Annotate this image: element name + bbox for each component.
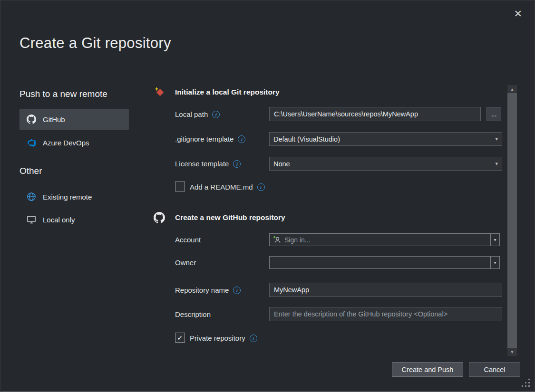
gitignore-label-row: .gitignore template i: [175, 135, 245, 143]
info-icon[interactable]: i: [233, 160, 241, 168]
local-path-input[interactable]: [269, 107, 481, 121]
sidebar-item-github[interactable]: GitHub: [19, 109, 129, 130]
azure-devops-icon: [26, 137, 37, 148]
repo-name-label: Repository name: [175, 286, 229, 294]
license-dropdown[interactable]: None ▾: [269, 157, 502, 171]
chevron-down-icon[interactable]: ▾: [490, 234, 499, 246]
readme-label-row: Add a README.md i: [190, 183, 265, 191]
scroll-up-icon[interactable]: ▲: [507, 85, 517, 93]
sidebar-heading-push: Push to a new remote: [19, 89, 107, 99]
readme-label: Add a README.md: [190, 183, 253, 191]
sidebar-item-label: Existing remote: [43, 193, 92, 201]
create-and-push-button[interactable]: Create and Push: [392, 362, 463, 377]
local-repo-section-header: Initialize a local Git repository: [154, 86, 280, 98]
sidebar-item-label: Azure DevOps: [43, 139, 89, 147]
gitignore-value: Default (VisualStudio): [273, 135, 495, 143]
cancel-button[interactable]: Cancel: [469, 362, 520, 377]
computer-icon: [26, 214, 37, 225]
github-icon: [26, 114, 37, 124]
owner-label-row: Owner: [175, 258, 196, 267]
chevron-down-icon: ▾: [495, 136, 498, 142]
account-placeholder: Sign in...: [284, 236, 310, 244]
add-account-icon: [273, 236, 281, 244]
scrollbar-thumb[interactable]: [507, 93, 517, 348]
license-label: License template: [175, 160, 229, 168]
license-value: None: [273, 160, 495, 168]
github-section-title: Create a new GitHub repository: [175, 213, 285, 222]
browse-button[interactable]: ...: [486, 107, 501, 121]
sidebar-item-local-only[interactable]: Local only: [19, 210, 129, 229]
resize-grip[interactable]: [528, 385, 530, 387]
info-icon[interactable]: i: [233, 287, 241, 294]
scroll-down-icon[interactable]: ▼: [507, 348, 517, 356]
account-label-row: Account: [175, 236, 201, 244]
sidebar-item-label: Local only: [43, 216, 75, 224]
private-repo-checkbox[interactable]: ✓: [175, 333, 185, 343]
readme-checkbox[interactable]: [175, 182, 185, 191]
sidebar-item-label: GitHub: [43, 115, 65, 124]
private-repo-label-row: Private repository i: [190, 334, 257, 342]
account-dropdown[interactable]: Sign in... ▾: [269, 233, 500, 246]
globe-icon: [26, 191, 37, 202]
gitignore-dropdown[interactable]: Default (VisualStudio) ▾: [269, 132, 502, 146]
sidebar-heading-other: Other: [19, 166, 42, 176]
sidebar-item-azure-devops[interactable]: Azure DevOps: [19, 132, 129, 153]
github-section-header: Create a new GitHub repository: [154, 212, 285, 223]
close-icon[interactable]: ✕: [514, 8, 522, 19]
info-icon[interactable]: i: [212, 111, 220, 118]
chevron-down-icon[interactable]: ▾: [490, 257, 499, 268]
account-label: Account: [175, 236, 201, 244]
scrollbar[interactable]: ▲ ▼: [507, 85, 517, 356]
chevron-down-icon: ▾: [495, 161, 498, 167]
gitignore-label: .gitignore template: [175, 135, 233, 143]
new-repo-icon: [154, 86, 165, 98]
local-path-label-row: Local path i: [175, 110, 220, 118]
info-icon[interactable]: i: [257, 183, 265, 191]
repo-name-input[interactable]: [269, 283, 502, 297]
info-icon[interactable]: i: [250, 335, 257, 342]
owner-dropdown[interactable]: ▾: [269, 256, 500, 269]
owner-label: Owner: [175, 258, 196, 267]
sidebar-item-existing-remote[interactable]: Existing remote: [19, 187, 129, 207]
create-git-repo-dialog: ✕ Create a Git repository Push to a new …: [0, 0, 535, 392]
license-label-row: License template i: [175, 160, 241, 168]
repo-name-label-row: Repository name i: [175, 286, 241, 294]
description-input[interactable]: [269, 307, 502, 321]
github-icon: [154, 212, 165, 223]
dialog-title: Create a Git repository: [19, 35, 171, 52]
info-icon[interactable]: i: [238, 135, 245, 143]
description-label: Description: [175, 310, 211, 318]
local-repo-section-title: Initialize a local Git repository: [175, 88, 280, 96]
description-label-row: Description: [175, 310, 211, 318]
private-repo-label: Private repository: [190, 334, 245, 342]
local-path-label: Local path: [175, 110, 208, 118]
